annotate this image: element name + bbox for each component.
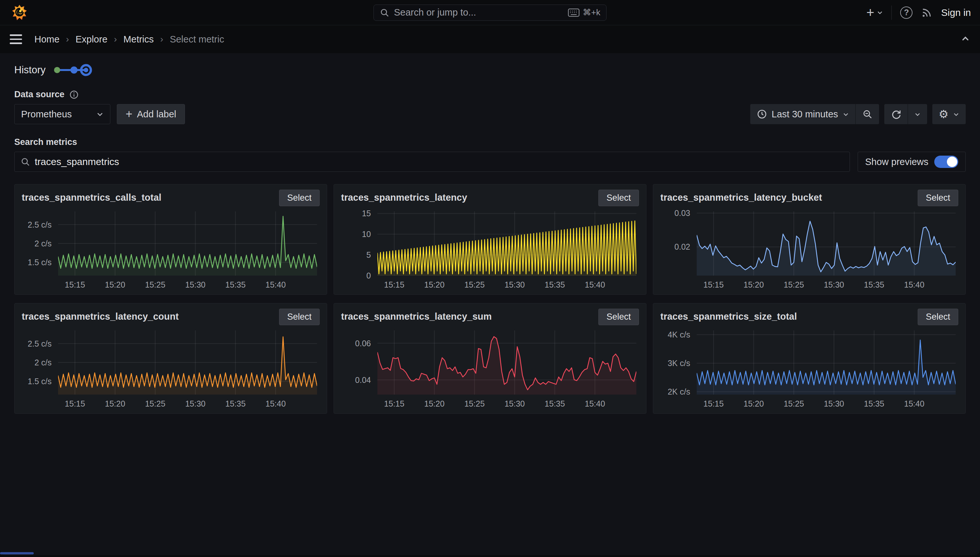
- y-axis-tick-label: 2K c/s: [668, 387, 690, 396]
- select-metric-button[interactable]: Select: [918, 190, 958, 206]
- panel-title: traces_spanmetrics_latency_count: [22, 309, 179, 322]
- horizontal-scrollbar-thumb[interactable]: [0, 552, 34, 554]
- chevron-down-icon: [915, 111, 921, 117]
- clock-icon: [757, 109, 767, 119]
- metric-panel: traces_spanmetrics_size_total Select 2K …: [653, 303, 966, 414]
- controls-row: Prometheus + Add label Last 30 minutes: [14, 104, 966, 124]
- panel-title: traces_spanmetrics_size_total: [660, 309, 797, 322]
- x-axis-tick-label: 15:35: [544, 280, 565, 290]
- panel-title: traces_spanmetrics_latency_bucket: [660, 190, 822, 203]
- help-icon[interactable]: ?: [900, 7, 913, 19]
- x-axis-tick-label: 15:25: [464, 280, 485, 290]
- breadcrumb-separator: ›: [114, 34, 117, 44]
- datasource-label: Data source: [14, 90, 65, 99]
- x-axis-tick-label: 15:25: [464, 399, 485, 409]
- gear-icon: ⚙: [939, 109, 949, 120]
- refresh-button[interactable]: [884, 104, 908, 124]
- x-axis-tick-label: 15:30: [185, 280, 206, 290]
- zoom-out-icon: [862, 109, 872, 119]
- x-axis-tick-label: 15:15: [384, 280, 405, 290]
- collapse-chevron-up-icon[interactable]: [960, 34, 970, 45]
- y-axis-tick-label: 1.5 c/s: [28, 258, 52, 267]
- x-axis-tick-label: 15:15: [704, 399, 724, 409]
- time-range-label: Last 30 minutes: [772, 109, 838, 120]
- breadcrumb-metrics[interactable]: Metrics: [123, 34, 154, 45]
- time-range-picker[interactable]: Last 30 minutes: [750, 104, 855, 124]
- settings-group: ⚙: [932, 104, 966, 124]
- x-axis-tick-label: 15:15: [65, 399, 85, 409]
- settings-button[interactable]: ⚙: [932, 104, 966, 124]
- plus-icon: +: [126, 107, 132, 121]
- search-icon: [380, 8, 389, 18]
- info-icon: [69, 90, 79, 99]
- breadcrumb-explore[interactable]: Explore: [76, 34, 108, 45]
- select-metric-button[interactable]: Select: [279, 190, 320, 206]
- datasource-label-row: Data source: [14, 90, 966, 99]
- grafana-logo-icon[interactable]: [11, 4, 28, 21]
- refresh-interval-dropdown[interactable]: [908, 104, 927, 124]
- history-timeline-steps[interactable]: [52, 63, 93, 77]
- global-search-input[interactable]: Search or jump to... ⌘+k: [374, 5, 606, 21]
- sign-in-button[interactable]: Sign in: [941, 7, 971, 18]
- add-new-button[interactable]: +: [866, 6, 883, 20]
- x-axis-tick-label: 15:30: [824, 280, 844, 290]
- x-axis-tick-label: 15:15: [704, 280, 724, 290]
- news-rss-icon[interactable]: [921, 7, 933, 18]
- menu-toggle-icon[interactable]: [10, 34, 22, 44]
- metric-preview-chart: 05101515:1515:2015:2515:3015:3515:40: [341, 208, 639, 291]
- refresh-icon: [891, 109, 901, 119]
- select-metric-button[interactable]: Select: [598, 190, 639, 206]
- grafana-app: Search or jump to... ⌘+k + ? Sign in: [0, 0, 980, 555]
- top-navigation-bar: Search or jump to... ⌘+k + ? Sign in: [0, 0, 980, 25]
- search-row: traces_spanmetrics Show previews: [14, 152, 966, 172]
- chevron-down-icon: [96, 111, 103, 118]
- x-axis-tick-label: 15:25: [784, 280, 804, 290]
- y-axis-tick-label: 2.5 c/s: [28, 339, 52, 348]
- x-axis-tick-label: 15:35: [225, 280, 246, 290]
- metric-panel: traces_spanmetrics_latency_bucket Select…: [653, 184, 966, 295]
- select-metric-button[interactable]: Select: [279, 309, 320, 325]
- y-axis-tick-label: 5: [366, 250, 371, 260]
- metric-panel: traces_spanmetrics_latency_sum Select 0.…: [333, 303, 647, 414]
- y-axis-tick-label: 2 c/s: [34, 358, 52, 367]
- metric-preview-chart: 2K c/s3K c/s4K c/s15:1515:2015:2515:3015…: [660, 327, 958, 410]
- select-metric-button[interactable]: Select: [598, 309, 639, 325]
- x-axis-tick-label: 15:40: [904, 280, 924, 290]
- y-axis-tick-label: 2.5 c/s: [28, 220, 52, 229]
- metric-search-input[interactable]: traces_spanmetrics: [14, 152, 850, 172]
- x-axis-tick-label: 15:25: [145, 399, 165, 409]
- y-axis-tick-label: 0.04: [355, 375, 371, 384]
- metric-preview-chart: 0.020.0315:1515:2015:2515:3015:3515:40: [660, 208, 958, 291]
- datasource-picker[interactable]: Prometheus: [14, 104, 110, 124]
- search-placeholder: Search or jump to...: [394, 7, 568, 18]
- metric-panel: traces_spanmetrics_latency_count Select …: [14, 303, 327, 414]
- breadcrumb: Home › Explore › Metrics › Select metric: [34, 34, 224, 45]
- breadcrumb-home[interactable]: Home: [34, 34, 59, 45]
- select-metric-button[interactable]: Select: [918, 309, 958, 325]
- x-axis-tick-label: 15:20: [743, 280, 764, 290]
- metric-preview-chart: 1.5 c/s2 c/s2.5 c/s15:1515:2015:2515:301…: [22, 327, 320, 410]
- toggle-knob: [947, 156, 957, 167]
- metric-panel: traces_spanmetrics_calls_total Select 1.…: [14, 184, 327, 295]
- y-axis-tick-label: 0.03: [674, 208, 690, 218]
- show-previews-toggle[interactable]: [934, 156, 958, 168]
- panel-title: traces_spanmetrics_latency: [341, 190, 467, 203]
- x-axis-tick-label: 15:20: [424, 399, 444, 409]
- x-axis-tick-label: 15:15: [384, 399, 405, 409]
- x-axis-tick-label: 15:20: [743, 399, 764, 409]
- breadcrumb-separator: ›: [160, 34, 163, 44]
- y-axis-tick-label: 0.06: [355, 339, 371, 348]
- x-axis-tick-label: 15:30: [505, 280, 525, 290]
- time-picker-group: Last 30 minutes: [750, 104, 879, 124]
- breadcrumb-select-metric: Select metric: [170, 34, 224, 45]
- y-axis-tick-label: 2 c/s: [34, 239, 52, 248]
- x-axis-tick-label: 15:20: [105, 280, 125, 290]
- chevron-down-icon: [953, 111, 959, 117]
- y-axis-tick-label: 0.02: [674, 242, 690, 252]
- zoom-out-time-button[interactable]: [855, 104, 879, 124]
- y-axis-tick-label: 4K c/s: [668, 330, 690, 339]
- chevron-down-icon: [843, 111, 849, 117]
- add-label-button[interactable]: + Add label: [117, 104, 185, 124]
- refresh-group: [884, 104, 927, 124]
- y-axis-tick-label: 3K c/s: [668, 358, 690, 368]
